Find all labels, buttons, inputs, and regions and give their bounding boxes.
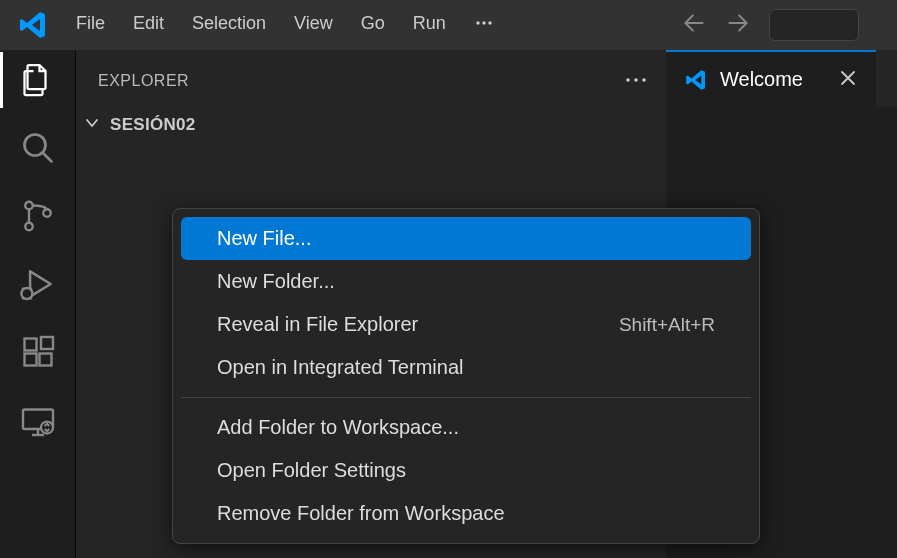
vscode-logo-icon [17,9,49,41]
ctx-label: Add Folder to Workspace... [217,416,459,439]
ctx-label: Remove Folder from Workspace [217,502,505,525]
separator [181,397,751,398]
sidebar-title: EXPLORER [98,72,189,90]
activity-explorer[interactable] [18,60,58,100]
svg-line-11 [22,288,24,290]
ctx-label: Open in Integrated Terminal [217,356,463,379]
ellipsis-icon [624,74,648,86]
svg-point-0 [476,21,479,24]
ctx-label: New Folder... [217,270,335,293]
svg-point-1 [482,21,485,24]
ctx-label: New File... [217,227,311,250]
ctx-reveal-explorer[interactable]: Reveal in File Explorer Shift+Alt+R [181,303,751,346]
ctx-add-folder-workspace[interactable]: Add Folder to Workspace... [181,406,751,449]
tab-label: Welcome [720,68,803,91]
arrow-left-icon [681,10,707,36]
sidebar-header: EXPLORER [76,50,666,101]
svg-rect-17 [39,354,51,366]
files-icon [20,62,56,98]
debug-icon [19,265,57,303]
activity-run-debug[interactable] [18,264,58,304]
context-menu: New File... New Folder... Reveal in File… [172,208,760,544]
activity-remote[interactable] [18,400,58,440]
svg-point-6 [25,223,33,231]
menu-selection[interactable]: Selection [178,7,280,43]
ctx-new-folder[interactable]: New Folder... [181,260,751,303]
titlebar: File Edit Selection View Go Run [0,0,897,50]
menu-view[interactable]: View [280,7,347,43]
ctx-open-folder-settings[interactable]: Open Folder Settings [181,449,751,492]
activity-search[interactable] [18,128,58,168]
activity-extensions[interactable] [18,332,58,372]
activity-bar [0,50,76,558]
search-icon [20,130,56,166]
nav-controls [681,9,889,41]
tab-bar: Welcome [666,50,897,108]
svg-point-2 [488,21,491,24]
nav-back-button[interactable] [681,10,707,40]
svg-point-23 [626,78,630,82]
menu-bar: File Edit Selection View Go Run [62,7,508,43]
tab-welcome[interactable]: Welcome [666,50,876,107]
svg-point-24 [634,78,638,82]
svg-point-7 [43,209,51,217]
svg-line-12 [30,288,32,290]
source-control-icon [20,198,56,234]
folder-header[interactable]: SESIÓN02 [76,101,666,145]
folder-name: SESIÓN02 [110,115,196,135]
extensions-icon [20,334,56,370]
ctx-label: Open Folder Settings [217,459,406,482]
menu-overflow[interactable] [460,7,508,43]
svg-rect-16 [24,354,36,366]
arrow-right-icon [725,10,751,36]
ctx-open-terminal[interactable]: Open in Integrated Terminal [181,346,751,389]
svg-line-13 [22,297,24,299]
sidebar-more-button[interactable] [624,70,648,91]
menu-go[interactable]: Go [347,7,399,43]
tab-close-button[interactable] [838,68,858,92]
ellipsis-icon [474,13,494,33]
svg-point-5 [25,202,33,210]
vscode-logo-icon [684,68,708,92]
app-logo [8,9,58,41]
chevron-down-icon [82,113,102,137]
svg-line-14 [30,297,32,299]
ctx-remove-folder-workspace[interactable]: Remove Folder from Workspace [181,492,751,535]
ctx-new-file[interactable]: New File... [181,217,751,260]
svg-point-25 [642,78,646,82]
close-icon [838,68,858,88]
svg-line-4 [42,153,51,162]
svg-rect-15 [24,339,36,351]
nav-forward-button[interactable] [725,10,751,40]
menu-edit[interactable]: Edit [119,7,178,43]
menu-run[interactable]: Run [399,7,460,43]
menu-file[interactable]: File [62,7,119,43]
command-center[interactable] [769,9,859,41]
svg-rect-18 [41,337,53,349]
ctx-shortcut: Shift+Alt+R [619,314,715,336]
ctx-label: Reveal in File Explorer [217,313,418,336]
remote-icon [20,402,56,438]
activity-source-control[interactable] [18,196,58,236]
